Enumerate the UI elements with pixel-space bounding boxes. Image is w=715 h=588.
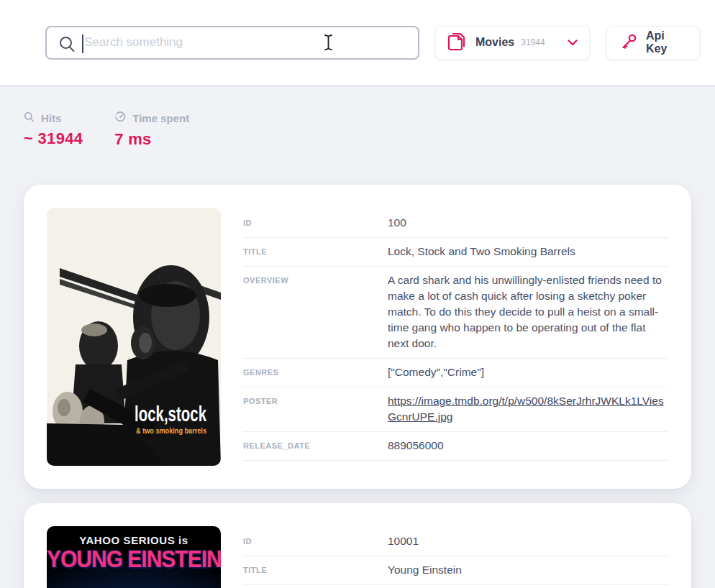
poster-image-lock-stock: lock,stock & two smoking barrels — [47, 208, 221, 466]
hits-value: ~ 31944 — [24, 129, 83, 148]
field-value: Lock, Stock and Two Smoking Barrels — [388, 244, 668, 259]
stat-hits: Hits ~ 31944 — [24, 111, 83, 149]
field-label: ID — [243, 533, 388, 549]
field-value: A card shark and his unwillingly-enliste… — [388, 272, 668, 352]
index-selector[interactable]: Movies 31944 — [435, 26, 590, 60]
result-card: lock,stock & two smoking barrels ID 100 … — [24, 185, 691, 489]
field-label: ID — [243, 215, 388, 231]
index-name: Movies — [475, 36, 514, 49]
field-value: 100 — [388, 215, 668, 231]
field-row-overview: OVERVIEW Albert Einstein is the son of a… — [243, 585, 668, 588]
chevron-down-icon — [568, 36, 578, 49]
poster-image-young-einstein: YAHOO SERIOUS is YOUNG EINSTEIN — [47, 526, 221, 588]
poster-link[interactable]: https://image.tmdb.org/t/p/w500/8kSerJrh… — [388, 395, 664, 423]
hits-label: Hits — [41, 112, 61, 124]
field-row-genres: GENRES ["Comedy","Crime"] — [243, 359, 668, 387]
stopwatch-icon — [114, 111, 126, 125]
document-fields: ID 100 TITLE Lock, Stock and Two Smoking… — [243, 208, 668, 466]
poster-tagline-text: YAHOO SERIOUS is — [47, 534, 221, 546]
field-value: 10001 — [388, 533, 668, 549]
field-label: POSTER — [243, 393, 388, 425]
poster-title-text: lock,stock — [135, 403, 207, 426]
stats-bar: Hits ~ 31944 Time spent 7 ms — [0, 87, 715, 149]
time-spent-value: 7 ms — [114, 130, 189, 149]
field-row-id: ID 10001 — [243, 528, 668, 556]
time-spent-label: Time spent — [132, 112, 189, 124]
field-value: 889056000 — [388, 438, 668, 454]
top-bar: Movies 31944 Api Key — [0, 0, 715, 85]
field-row-release-date: RELEASE_DATE 889056000 — [243, 432, 668, 461]
api-key-button[interactable]: Api Key — [606, 26, 700, 60]
field-label: GENRES — [243, 364, 388, 380]
poster-title-text: YOUNG EINSTEIN — [47, 546, 221, 573]
key-icon — [620, 32, 638, 53]
field-label: RELEASE_DATE — [243, 438, 388, 454]
field-label: TITLE — [243, 562, 388, 578]
poster-subtitle-text: & two smoking barrels — [136, 426, 206, 435]
results-list: lock,stock & two smoking barrels ID 100 … — [0, 185, 715, 588]
field-value: Young Einstein — [388, 562, 668, 578]
field-row-id: ID 100 — [243, 209, 668, 238]
field-label: OVERVIEW — [243, 272, 388, 352]
result-card: YAHOO SERIOUS is YOUNG EINSTEIN ID 10001… — [24, 503, 691, 588]
text-caret — [82, 35, 83, 53]
index-doc-count: 31944 — [521, 37, 545, 47]
field-row-title: TITLE Young Einstein — [243, 556, 668, 585]
search-icon — [58, 35, 76, 56]
field-value: ["Comedy","Crime"] — [388, 364, 668, 380]
field-row-title: TITLE Lock, Stock and Two Smoking Barrel… — [243, 238, 668, 267]
search-input[interactable] — [47, 27, 418, 58]
api-key-label: Api Key — [646, 29, 686, 55]
search-input-box[interactable] — [45, 26, 419, 60]
document-fields: ID 10001 TITLE Young Einstein OVERVIEW A… — [243, 526, 668, 588]
stat-time-spent: Time spent 7 ms — [114, 111, 189, 149]
field-row-poster: POSTER https://image.tmdb.org/t/p/w500/8… — [243, 387, 668, 432]
documents-icon — [447, 31, 466, 54]
field-row-overview: OVERVIEW A card shark and his unwillingl… — [243, 267, 668, 359]
field-label: TITLE — [243, 244, 388, 259]
hits-search-icon — [24, 111, 35, 124]
